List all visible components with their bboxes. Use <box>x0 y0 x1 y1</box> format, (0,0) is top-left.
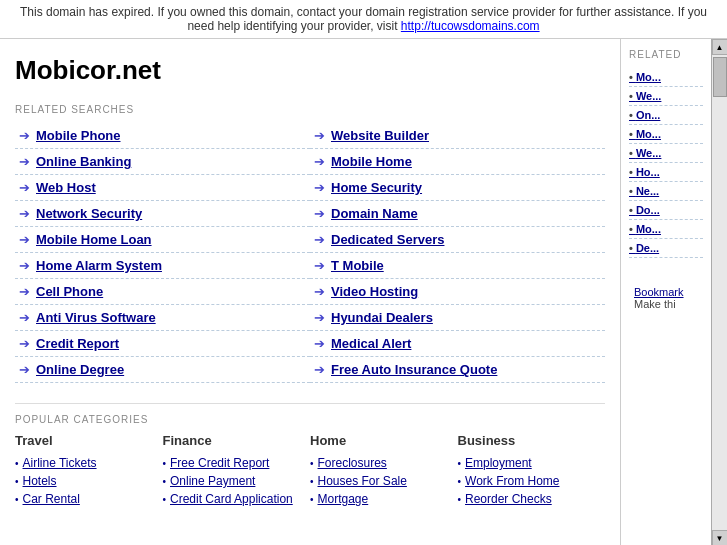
arrow-icon: ➔ <box>314 362 325 377</box>
arrow-icon: ➔ <box>19 362 30 377</box>
category-item: •Reorder Checks <box>458 490 606 508</box>
search-link[interactable]: Anti Virus Software <box>36 310 156 325</box>
search-link[interactable]: Website Builder <box>331 128 429 143</box>
tucows-link[interactable]: http://tucowsdomains.com <box>401 19 540 33</box>
search-link[interactable]: Cell Phone <box>36 284 103 299</box>
search-link[interactable]: Online Degree <box>36 362 124 377</box>
notice-text: This domain has expired. If you owned th… <box>20 5 707 33</box>
category-item: •Mortgage <box>310 490 458 508</box>
category-link[interactable]: Mortgage <box>318 492 369 506</box>
search-link[interactable]: Hyundai Dealers <box>331 310 433 325</box>
search-link[interactable]: Mobile Home <box>331 154 412 169</box>
category-link[interactable]: Online Payment <box>170 474 255 488</box>
scroll-up-btn[interactable]: ▲ <box>712 39 728 55</box>
sidebar-link[interactable]: We... <box>629 87 703 106</box>
category-link[interactable]: Credit Card Application <box>170 492 293 506</box>
search-link[interactable]: Credit Report <box>36 336 119 351</box>
category-link[interactable]: Employment <box>465 456 532 470</box>
sidebar-link[interactable]: Ne... <box>629 182 703 201</box>
category-link[interactable]: Car Rental <box>23 492 80 506</box>
bullet-icon: • <box>163 458 167 469</box>
search-link[interactable]: Home Alarm System <box>36 258 162 273</box>
bookmark-link[interactable]: Bookmark <box>634 286 698 298</box>
bullet-icon: • <box>15 476 19 487</box>
category-link[interactable]: Houses For Sale <box>318 474 407 488</box>
category-link[interactable]: Free Credit Report <box>170 456 269 470</box>
search-link[interactable]: Video Hosting <box>331 284 418 299</box>
category-link[interactable]: Foreclosures <box>318 456 387 470</box>
category-item: •Car Rental <box>15 490 163 508</box>
arrow-icon: ➔ <box>19 336 30 351</box>
search-link[interactable]: Mobile Phone <box>36 128 121 143</box>
arrow-icon: ➔ <box>314 180 325 195</box>
search-link[interactable]: Home Security <box>331 180 422 195</box>
sidebar-link[interactable]: Do... <box>629 201 703 220</box>
arrow-icon: ➔ <box>314 336 325 351</box>
category-link[interactable]: Hotels <box>23 474 57 488</box>
scroll-down-btn[interactable]: ▼ <box>712 530 728 545</box>
arrow-icon: ➔ <box>19 180 30 195</box>
make-this-text: Make thi <box>634 298 676 310</box>
category-col: Home•Foreclosures•Houses For Sale•Mortga… <box>310 433 458 508</box>
search-item: ➔Domain Name <box>310 201 605 227</box>
search-link[interactable]: Web Host <box>36 180 96 195</box>
bullet-icon: • <box>458 458 462 469</box>
search-item: ➔Online Banking <box>15 149 310 175</box>
search-item: ➔Home Alarm System <box>15 253 310 279</box>
arrow-icon: ➔ <box>19 232 30 247</box>
sidebar-label: RELATED <box>629 49 703 60</box>
arrow-icon: ➔ <box>314 258 325 273</box>
search-item: ➔T Mobile <box>310 253 605 279</box>
search-item: ➔Hyundai Dealers <box>310 305 605 331</box>
category-link[interactable]: Airline Tickets <box>23 456 97 470</box>
sidebar-link[interactable]: Mo... <box>629 220 703 239</box>
popular-categories: POPULAR CATEGORIES Travel•Airline Ticket… <box>15 414 605 508</box>
related-searches-label: RELATED SEARCHES <box>15 104 605 115</box>
search-link[interactable]: Network Security <box>36 206 142 221</box>
sidebar-link[interactable]: Mo... <box>629 68 703 87</box>
search-item: ➔Credit Report <box>15 331 310 357</box>
category-title: Business <box>458 433 606 448</box>
search-link[interactable]: T Mobile <box>331 258 384 273</box>
search-item: ➔Website Builder <box>310 123 605 149</box>
right-sidebar: RELATED Mo...We...On...Mo...We...Ho...Ne… <box>621 39 711 545</box>
search-link[interactable]: Online Banking <box>36 154 131 169</box>
search-item: ➔Network Security <box>15 201 310 227</box>
search-item: ➔Mobile Home Loan <box>15 227 310 253</box>
search-item: ➔Anti Virus Software <box>15 305 310 331</box>
popular-categories-label: POPULAR CATEGORIES <box>15 414 605 425</box>
bullet-icon: • <box>15 494 19 505</box>
search-item: ➔Web Host <box>15 175 310 201</box>
category-link[interactable]: Work From Home <box>465 474 559 488</box>
sidebar-link[interactable]: Ho... <box>629 163 703 182</box>
search-link[interactable]: Domain Name <box>331 206 418 221</box>
scroll-rail: ▲ ▼ <box>711 39 727 545</box>
search-link[interactable]: Dedicated Servers <box>331 232 444 247</box>
category-col: Travel•Airline Tickets•Hotels•Car Rental <box>15 433 163 508</box>
sidebar-link[interactable]: On... <box>629 106 703 125</box>
sidebar-link[interactable]: We... <box>629 144 703 163</box>
search-link[interactable]: Mobile Home Loan <box>36 232 152 247</box>
sidebar-link[interactable]: Mo... <box>629 125 703 144</box>
category-item: •Houses For Sale <box>310 472 458 490</box>
search-link[interactable]: Medical Alert <box>331 336 411 351</box>
search-col-2: ➔Website Builder➔Mobile Home➔Home Securi… <box>310 123 605 383</box>
divider <box>15 403 605 404</box>
scroll-thumb[interactable] <box>713 57 727 97</box>
arrow-icon: ➔ <box>19 258 30 273</box>
arrow-icon: ➔ <box>314 310 325 325</box>
arrow-icon: ➔ <box>19 154 30 169</box>
bullet-icon: • <box>310 458 314 469</box>
sidebar-link[interactable]: De... <box>629 239 703 258</box>
search-item: ➔Cell Phone <box>15 279 310 305</box>
category-link[interactable]: Reorder Checks <box>465 492 552 506</box>
arrow-icon: ➔ <box>314 232 325 247</box>
site-title: Mobicor.net <box>15 55 605 86</box>
category-item: •Work From Home <box>458 472 606 490</box>
arrow-icon: ➔ <box>314 206 325 221</box>
search-item: ➔Online Degree <box>15 357 310 383</box>
search-link[interactable]: Free Auto Insurance Quote <box>331 362 497 377</box>
sidebar-links: Mo...We...On...Mo...We...Ho...Ne...Do...… <box>629 68 703 258</box>
search-item: ➔Video Hosting <box>310 279 605 305</box>
bullet-icon: • <box>458 476 462 487</box>
